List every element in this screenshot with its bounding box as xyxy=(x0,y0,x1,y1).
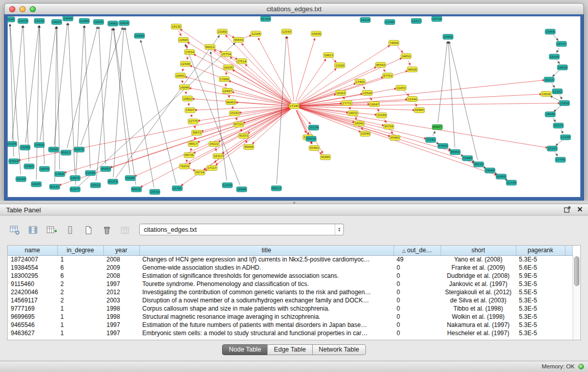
graph-node[interactable]: 35005 xyxy=(49,147,59,152)
graph-node[interactable]: 95582 xyxy=(376,62,386,68)
table-cell[interactable]: 9465546 xyxy=(8,321,57,329)
table-cell[interactable]: 9777169 xyxy=(8,304,57,313)
table-cell[interactable]: 0 xyxy=(394,264,441,272)
column-header-pagerank[interactable]: pagerank xyxy=(516,246,565,255)
graph-node[interactable]: 15958 xyxy=(559,101,570,106)
table-cell[interactable]: Corpus callosum shape and size in male p… xyxy=(139,304,394,313)
graph-node[interactable]: 89736 xyxy=(184,152,194,158)
graph-node[interactable]: 18530 xyxy=(150,189,160,194)
graph-node[interactable]: 16046 xyxy=(179,85,189,90)
table-cell[interactable]: 0 xyxy=(394,280,441,288)
graph-node[interactable]: 91877 xyxy=(70,187,80,192)
table-cell[interactable]: 2008 xyxy=(103,255,139,264)
graph-node[interactable]: 86930 xyxy=(233,37,244,42)
table-cell[interactable]: Wolkin et al. (1998) xyxy=(441,313,516,321)
table-cell[interactable]: 2003 xyxy=(103,296,139,304)
graph-node[interactable]: 15918 xyxy=(34,142,45,147)
table-cell[interactable]: 1 xyxy=(57,255,103,264)
column-header-short[interactable]: short xyxy=(441,246,516,255)
delete-table-icon[interactable] xyxy=(99,223,115,237)
graph-node[interactable]: 75542 xyxy=(426,137,436,142)
graph-node[interactable]: 14025 xyxy=(52,19,62,25)
column-header-title[interactable]: title xyxy=(139,246,394,255)
graph-node[interactable]: 19035 xyxy=(31,182,41,187)
column-header-year[interactable]: year xyxy=(103,246,139,255)
table-row[interactable]: 1938455462009Genome-wide association stu… xyxy=(8,264,573,272)
graph-node[interactable]: 14370 xyxy=(18,18,28,24)
graph-node[interactable]: 66687 xyxy=(432,124,443,129)
table-cell[interactable]: 0 xyxy=(394,272,441,280)
dropdown-stepper-icon[interactable]: ▲▼ xyxy=(335,224,343,235)
graph-node[interactable]: 12494 xyxy=(79,18,90,24)
column-header-out-de-[interactable]: △out_de… xyxy=(394,246,441,255)
table-cell[interactable]: 5.3E-5 xyxy=(516,313,565,321)
delete-column-icon[interactable] xyxy=(62,223,78,237)
network-svg[interactable]: 1724018130226001755422348206511604618922… xyxy=(8,16,580,197)
graph-node[interactable]: 11548 xyxy=(385,19,395,25)
graph-node[interactable]: 92450 xyxy=(496,174,506,179)
graph-node[interactable]: 19613 xyxy=(323,53,334,58)
network-canvas[interactable]: 1724018130226001755422348206511604618922… xyxy=(8,16,580,197)
table-cell[interactable]: Tibbo et al. (1998) xyxy=(441,304,516,313)
table-cell[interactable]: 5.3E-5 xyxy=(516,329,565,337)
table-cell[interactable]: Yano et al. (2008) xyxy=(441,255,516,264)
show-columns-icon[interactable] xyxy=(26,223,41,237)
graph-node[interactable]: 21391 xyxy=(172,186,182,191)
table-cell[interactable]: 1997 xyxy=(103,280,139,288)
table-cell[interactable]: 5.3E-5 xyxy=(516,280,565,288)
table-cell[interactable]: 6 xyxy=(57,272,103,280)
table-cell[interactable]: 2012 xyxy=(103,288,139,296)
table-cell[interactable]: 2008 xyxy=(103,272,139,280)
graph-node[interactable]: 12108 xyxy=(560,135,571,140)
column-header-name[interactable]: name xyxy=(8,246,57,255)
graph-node[interactable]: 10975 xyxy=(70,176,80,181)
table-cell[interactable]: Tourette syndrome. Phenomenology and cla… xyxy=(139,280,394,288)
graph-node[interactable]: 95053 xyxy=(101,166,111,171)
table-cell[interactable]: Embryonic stem cells: a model to study s… xyxy=(139,329,394,337)
graph-node[interactable]: 87919 xyxy=(438,143,448,148)
table-cell[interactable]: 1 xyxy=(57,313,103,321)
graph-node[interactable]: 17485 xyxy=(355,79,365,84)
window-titlebar[interactable]: citations_edges.txt xyxy=(4,3,584,14)
table-cell[interactable]: 5.9E-5 xyxy=(516,272,565,280)
graph-node[interactable]: 95754 xyxy=(384,124,394,129)
graph-node[interactable]: 18509 xyxy=(362,91,373,96)
graph-node[interactable]: 32168 xyxy=(377,113,387,118)
table-cell[interactable]: 18724007 xyxy=(8,255,57,264)
graph-node[interactable]: 15956 xyxy=(545,29,555,34)
graph-node[interactable]: 16263 xyxy=(336,91,346,96)
graph-node[interactable]: 24205 xyxy=(223,65,233,70)
table-cell[interactable]: Nakamura et al. (1997) xyxy=(441,321,516,329)
table-cell[interactable]: 0 xyxy=(394,321,441,329)
table-cell[interactable]: 5.5E-5 xyxy=(516,288,565,296)
table-cell[interactable]: 5.3E-5 xyxy=(516,296,565,304)
graph-node[interactable]: 19414 xyxy=(119,20,129,26)
graph-node[interactable]: 16040 xyxy=(63,16,73,21)
graph-node[interactable]: 14942 xyxy=(108,21,118,26)
graph-node[interactable]: 20651 xyxy=(175,73,185,78)
table-cell[interactable]: Disruption of a novel member of a sodium… xyxy=(139,296,394,304)
graph-node[interactable]: 12144 xyxy=(251,31,261,36)
graph-node[interactable]: 17771 xyxy=(342,101,352,106)
column-header-in-degree[interactable]: in_degree xyxy=(57,246,103,255)
table-cell[interactable]: Hescheler et al. (1997) xyxy=(441,329,516,337)
graph-node[interactable]: 15007 xyxy=(185,107,195,113)
table-row[interactable]: 2242004622012Investigating the contribut… xyxy=(8,288,573,296)
graph-node[interactable]: 22040 xyxy=(360,131,371,136)
table-cell[interactable]: Estimation of the future numbers of pati… xyxy=(139,321,394,329)
graph-node[interactable]: 36617 xyxy=(188,141,198,146)
graph-node[interactable]: 85895 xyxy=(320,155,331,160)
graph-node[interactable]: 17869 xyxy=(219,77,229,82)
graph-node[interactable]: 12543 xyxy=(281,29,292,34)
table-cell[interactable]: 9463627 xyxy=(8,329,57,337)
graph-node[interactable]: 17756 xyxy=(555,157,565,162)
table-cell[interactable]: 0 xyxy=(394,296,441,304)
graph-node[interactable]: 18922 xyxy=(182,96,192,101)
table-cell[interactable]: 0 xyxy=(394,329,441,337)
graph-node[interactable]: 74850 xyxy=(389,40,399,46)
graph-node[interactable]: 16609 xyxy=(311,31,321,36)
graph-node[interactable]: 17554 xyxy=(184,50,194,55)
table-cell[interactable]: 1997 xyxy=(103,329,139,337)
graph-node[interactable]: 12161 xyxy=(552,89,562,94)
float-panel-icon[interactable] xyxy=(564,206,571,213)
